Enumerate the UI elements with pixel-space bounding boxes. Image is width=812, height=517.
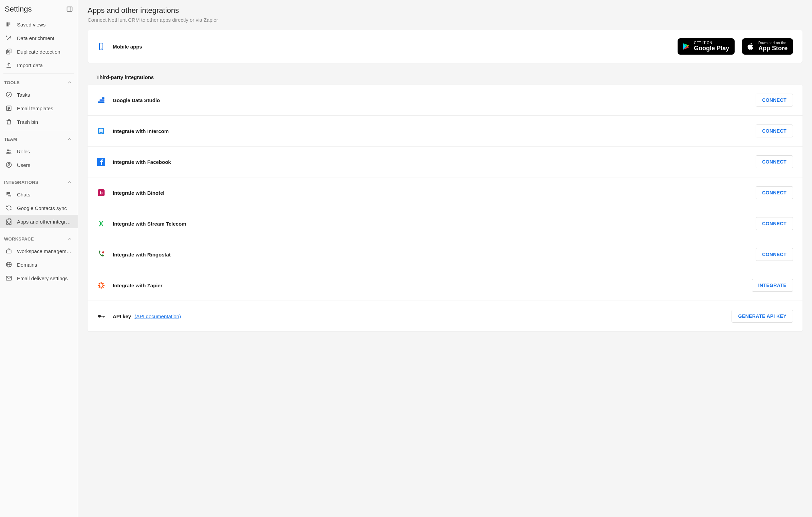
svg-rect-44: [100, 316, 104, 317]
divider: [3, 173, 74, 173]
google-play-icon: [682, 42, 690, 51]
app-store-badge[interactable]: Download on the App Store: [742, 38, 793, 55]
chevron-up-icon: [67, 179, 72, 185]
sidebar-section-team[interactable]: TEAM: [0, 132, 78, 145]
key-icon: [97, 312, 105, 320]
facebook-icon: [97, 158, 105, 166]
svg-text:b: b: [100, 190, 103, 195]
svg-rect-5: [6, 50, 10, 54]
sidebar-item-users[interactable]: Users: [0, 158, 78, 172]
sidebar-item-label: Chats: [17, 192, 30, 197]
roles-icon: [5, 148, 12, 155]
integrate-button[interactable]: INTEGRATE: [752, 279, 793, 292]
sidebar-item-roles[interactable]: Roles: [0, 145, 78, 158]
svg-rect-39: [102, 283, 104, 285]
svg-point-7: [6, 92, 12, 97]
svg-point-15: [8, 164, 10, 165]
integrations-list: Google Data Studio CONNECT Integrate wit…: [88, 85, 802, 331]
sidebar-item-label: Email delivery settings: [17, 275, 68, 281]
mobile-apps-label: Mobile apps: [113, 44, 670, 50]
sidebar-item-apps-other-integrations[interactable]: Apps and other integra…: [0, 215, 78, 228]
connect-button[interactable]: CONNECT: [756, 186, 793, 199]
sidebar-item-domains[interactable]: Domains: [0, 258, 78, 271]
integration-row-binotel: b Integrate with Binotel CONNECT: [88, 177, 802, 208]
upload-icon: [5, 62, 12, 69]
trash-icon: [5, 118, 12, 125]
sidebar-item-label: Data enrichment: [17, 35, 54, 41]
sidebar-item-label: Saved views: [17, 22, 45, 27]
main-content: Apps and other integrations Connect NetH…: [78, 0, 812, 517]
svg-rect-3: [9, 22, 10, 25]
svg-rect-38: [103, 285, 105, 286]
google-play-line2: Google Play: [694, 45, 729, 52]
svg-point-13: [9, 150, 11, 151]
svg-rect-25: [98, 101, 105, 103]
connect-button[interactable]: CONNECT: [756, 217, 793, 230]
svg-point-34: [102, 251, 104, 253]
integration-label: Integrate with Intercom: [113, 128, 748, 134]
briefcase-icon: [5, 248, 12, 254]
sidebar-item-duplicate-detection[interactable]: Duplicate detection: [0, 45, 78, 58]
sidebar-item-label: Users: [17, 162, 30, 168]
sidebar-section-workspace[interactable]: WORKSPACE: [0, 231, 78, 244]
intercom-icon: [97, 127, 105, 135]
sidebar-item-chats[interactable]: Chats: [0, 188, 78, 201]
chevron-up-icon: [67, 236, 72, 242]
sidebar-item-label: Google Contacts sync: [17, 205, 67, 211]
svg-rect-46: [104, 316, 105, 317]
divider: [3, 73, 74, 74]
magic-wand-icon: [5, 35, 12, 41]
globe-icon: [5, 261, 12, 268]
collapse-panel-icon[interactable]: [66, 6, 73, 13]
generate-api-key-button[interactable]: GENERATE API KEY: [732, 310, 793, 323]
sidebar-item-workspace-management[interactable]: Workspace manageme…: [0, 244, 78, 258]
svg-rect-40: [98, 286, 100, 288]
sidebar-section-label: WORKSPACE: [4, 236, 34, 242]
app-store-line2: App Store: [758, 45, 788, 52]
sidebar-item-label: Trash bin: [17, 119, 38, 125]
sidebar-section-tools[interactable]: TOOLS: [0, 75, 78, 88]
sidebar-section-integrations[interactable]: INTEGRATIONS: [0, 175, 78, 188]
sidebar-item-label: Email templates: [17, 106, 53, 111]
svg-rect-41: [98, 283, 100, 285]
sidebar-item-trash-bin[interactable]: Trash bin: [0, 115, 78, 129]
connect-button[interactable]: CONNECT: [756, 125, 793, 137]
google-play-badge[interactable]: GET IT ON Google Play: [678, 38, 735, 55]
integration-label: Integrate with Zapier: [113, 283, 744, 288]
duplicate-icon: [5, 48, 12, 55]
integration-label: Integrate with Facebook: [113, 159, 748, 165]
app-store-line1: Download on the: [758, 41, 788, 45]
integration-row-ringostat: Integrate with Ringostat CONNECT: [88, 239, 802, 270]
sidebar: Settings Saved views Data enrichment Dup…: [0, 0, 78, 517]
binotel-icon: b: [97, 189, 105, 197]
stream-telecom-icon: [97, 219, 105, 228]
sidebar-item-saved-views[interactable]: Saved views: [0, 18, 78, 31]
sidebar-item-label: Apps and other integra…: [17, 219, 72, 225]
connect-button[interactable]: CONNECT: [756, 155, 793, 168]
integration-row-facebook: Integrate with Facebook CONNECT: [88, 147, 802, 177]
connect-button[interactable]: CONNECT: [756, 94, 793, 107]
svg-point-43: [98, 315, 101, 318]
chevron-up-icon: [67, 136, 72, 142]
sidebar-item-label: Roles: [17, 149, 30, 154]
sidebar-item-tasks[interactable]: Tasks: [0, 88, 78, 101]
sidebar-item-import-data[interactable]: Import data: [0, 58, 78, 72]
connect-button[interactable]: CONNECT: [756, 248, 793, 261]
sidebar-item-email-templates[interactable]: Email templates: [0, 101, 78, 115]
sidebar-item-google-contacts-sync[interactable]: Google Contacts sync: [0, 201, 78, 215]
integration-label: Integrate with Binotel: [113, 190, 748, 196]
svg-rect-2: [6, 22, 8, 26]
sidebar-item-label: Workspace manageme…: [17, 248, 72, 254]
sidebar-item-email-delivery-settings[interactable]: Email delivery settings: [0, 271, 78, 285]
sync-icon: [5, 205, 12, 211]
mobile-apps-card: Mobile apps GET IT ON Google Play Downlo…: [88, 30, 802, 63]
sidebar-item-data-enrichment[interactable]: Data enrichment: [0, 31, 78, 45]
svg-rect-23: [102, 97, 105, 99]
svg-rect-0: [67, 7, 72, 11]
check-circle-icon: [5, 91, 12, 98]
api-documentation-link[interactable]: (API documentation): [134, 313, 181, 319]
integration-row-google-data-studio: Google Data Studio CONNECT: [88, 85, 802, 116]
integration-label: Integrate with Stream Telecom: [113, 221, 748, 227]
third-party-label: Third-party integrations: [96, 74, 802, 80]
svg-rect-24: [99, 99, 105, 101]
